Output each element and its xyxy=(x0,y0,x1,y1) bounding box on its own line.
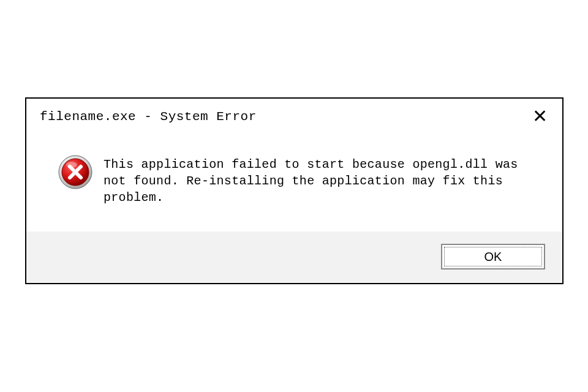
error-dialog: filename.exe - System Error ✕ xyxy=(25,97,564,284)
button-bar: OK xyxy=(26,232,562,283)
error-icon xyxy=(58,155,92,189)
close-icon[interactable]: ✕ xyxy=(530,107,550,126)
ok-button-label: OK xyxy=(484,250,502,264)
error-message: This application failed to start because… xyxy=(104,156,538,206)
svg-point-4 xyxy=(66,162,77,168)
dialog-title: filename.exe - System Error xyxy=(40,110,257,124)
titlebar: filename.exe - System Error ✕ xyxy=(26,99,562,130)
dialog-body: This application failed to start because… xyxy=(26,130,562,232)
ok-button[interactable]: OK xyxy=(441,244,545,270)
